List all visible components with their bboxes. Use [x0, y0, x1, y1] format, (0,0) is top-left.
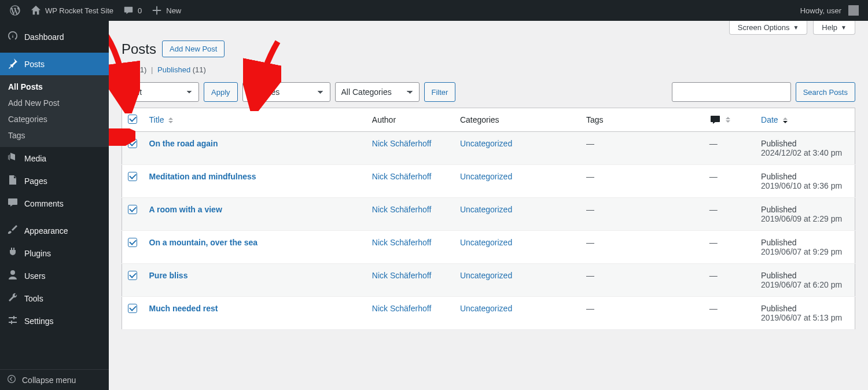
sidebar-item-label: Appearance [24, 226, 68, 236]
site-name-link[interactable]: WP Rocket Test Site [25, 0, 118, 21]
posts-submenu: All Posts Add New Post Categories Tags [0, 75, 109, 147]
sidebar-item-pages[interactable]: Pages [0, 170, 109, 192]
filter-published[interactable]: Published (11) [157, 65, 206, 74]
date-cell: Published2019/06/09 at 2:29 pm [755, 198, 855, 231]
tags-cell: — [580, 198, 704, 231]
comment-icon [7, 197, 19, 210]
col-date[interactable]: Date [755, 108, 855, 132]
submenu-all-posts[interactable]: All Posts [0, 79, 109, 95]
posts-table: Title Author Categories Tags Date [122, 108, 855, 330]
row-checkbox[interactable] [128, 271, 137, 280]
page-title: Posts [122, 41, 156, 57]
search-input[interactable] [672, 82, 791, 102]
category-link[interactable]: Uncategorized [460, 172, 512, 181]
submenu-add-new-post[interactable]: Add New Post [0, 95, 109, 111]
search-box: Search Posts [672, 82, 855, 102]
comments-link[interactable]: 0 [118, 0, 146, 21]
user-icon [7, 269, 19, 282]
category-link[interactable]: Uncategorized [460, 271, 512, 280]
sort-icon [783, 117, 788, 123]
search-posts-button[interactable]: Search Posts [796, 82, 855, 102]
category-link[interactable]: Uncategorized [460, 139, 512, 148]
apply-button[interactable]: Apply [204, 82, 238, 102]
new-content-link[interactable]: New [146, 0, 186, 21]
collapse-menu[interactable]: Collapse menu [0, 369, 109, 390]
table-row: Much needed restNick SchäferhoffUncatego… [122, 297, 855, 330]
comments-cell: — [704, 132, 755, 165]
sidebar-item-label: Plugins [24, 249, 51, 258]
date-cell: Published2019/06/07 at 5:13 pm [755, 297, 855, 330]
author-link[interactable]: Nick Schäferhoff [372, 139, 431, 148]
sidebar-item-plugins[interactable]: Plugins [0, 242, 109, 264]
category-link[interactable]: Uncategorized [460, 238, 512, 247]
help-label: Help [822, 23, 837, 32]
row-checkbox[interactable] [128, 205, 137, 214]
sidebar-item-comments[interactable]: Comments [0, 192, 109, 215]
tags-cell: — [580, 231, 704, 264]
submenu-tags[interactable]: Tags [0, 127, 109, 144]
submenu-categories[interactable]: Categories [0, 111, 109, 127]
new-label: New [166, 6, 181, 15]
col-title[interactable]: Title [144, 108, 366, 132]
add-new-post-button[interactable]: Add New Post [162, 41, 225, 57]
date-filter-select[interactable]: All dates [242, 82, 330, 102]
sidebar-item-tools[interactable]: Tools [0, 287, 109, 310]
row-checkbox[interactable] [128, 238, 137, 247]
select-all-checkbox[interactable] [128, 115, 137, 124]
comments-cell: — [704, 297, 755, 330]
post-title-link[interactable]: Meditation and mindfulness [149, 172, 256, 181]
admin-menu: Dashboard Posts All Posts Add New Post C… [0, 21, 109, 390]
post-title-link[interactable]: A room with a view [149, 205, 222, 214]
category-link[interactable]: Uncategorized [460, 304, 512, 313]
post-title-link[interactable]: On the road again [149, 139, 218, 148]
wordpress-icon [9, 5, 21, 16]
page-icon [7, 174, 19, 187]
author-link[interactable]: Nick Schäferhoff [372, 304, 431, 313]
row-checkbox[interactable] [128, 304, 137, 313]
category-filter-select[interactable]: All Categories [335, 82, 420, 102]
tags-cell: — [580, 297, 704, 330]
post-title-link[interactable]: Much needed rest [149, 304, 218, 313]
sidebar-item-label: Tools [24, 294, 43, 303]
sidebar-item-users[interactable]: Users [0, 264, 109, 287]
post-title-link[interactable]: On a mountain, over the sea [149, 238, 258, 247]
author-link[interactable]: Nick Schäferhoff [372, 172, 431, 181]
wp-logo[interactable] [5, 0, 25, 21]
my-account-link[interactable]: Howdy, user [796, 0, 863, 21]
col-tags: Tags [580, 108, 704, 132]
comments-cell: — [704, 165, 755, 198]
col-comments[interactable] [704, 108, 755, 132]
category-link[interactable]: Uncategorized [460, 205, 512, 214]
sidebar-item-appearance[interactable]: Appearance [0, 219, 109, 242]
bulk-action-select[interactable]: Edit [122, 82, 199, 102]
author-link[interactable]: Nick Schäferhoff [372, 238, 431, 247]
sidebar-item-media[interactable]: Media [0, 147, 109, 170]
status-filters: All (11) | Published (11) [122, 65, 855, 74]
filter-all[interactable]: All (11) [122, 65, 149, 74]
author-link[interactable]: Nick Schäferhoff [372, 205, 431, 214]
chevron-down-icon: ▼ [841, 24, 847, 31]
screen-options-toggle[interactable]: Screen Options ▼ [729, 21, 808, 35]
author-link[interactable]: Nick Schäferhoff [372, 271, 431, 280]
screen-meta-links: Screen Options ▼ Help ▼ [729, 21, 855, 35]
row-checkbox[interactable] [128, 139, 137, 148]
row-checkbox[interactable] [128, 172, 137, 181]
col-categories: Categories [454, 108, 580, 132]
date-cell: Published2019/06/10 at 9:36 pm [755, 165, 855, 198]
sidebar-item-settings[interactable]: Settings [0, 310, 109, 332]
plug-icon [7, 246, 19, 260]
filter-button[interactable]: Filter [424, 82, 456, 102]
table-row: On the road againNick SchäferhoffUncateg… [122, 132, 855, 165]
sidebar-item-label: Comments [24, 199, 64, 208]
home-icon [30, 5, 42, 16]
help-toggle[interactable]: Help ▼ [813, 21, 855, 35]
sidebar-item-posts[interactable]: Posts [0, 53, 109, 75]
brush-icon [7, 224, 19, 237]
media-icon [7, 152, 19, 165]
sidebar-item-dashboard[interactable]: Dashboard [0, 25, 109, 48]
post-title-link[interactable]: Pure bliss [149, 271, 188, 280]
comments-count: 0 [138, 6, 142, 15]
comments-cell: — [704, 198, 755, 231]
table-row: On a mountain, over the seaNick Schäferh… [122, 231, 855, 264]
sort-icon [726, 117, 730, 123]
